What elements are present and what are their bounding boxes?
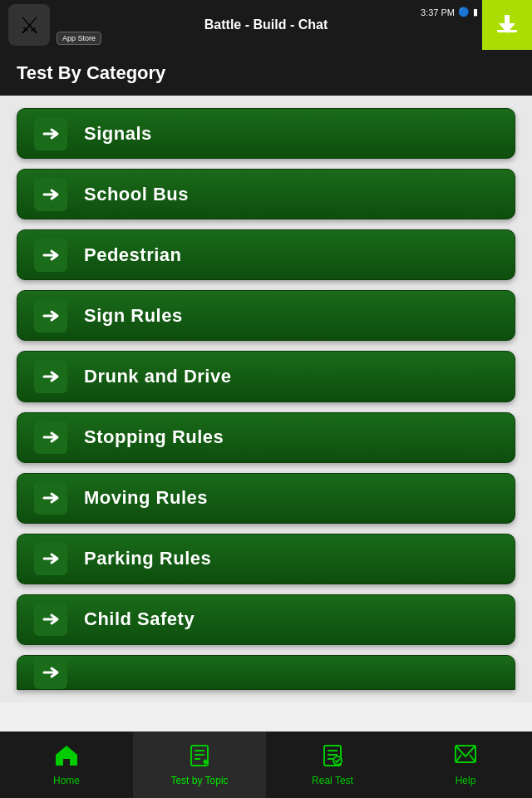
status-bar: ⚔ Battle - Build - Chat App Store 3:37 P… — [0, 0, 532, 50]
arrow-icon-pedestrian — [34, 239, 67, 272]
category-btn-pedestrian[interactable]: Pedestrian — [17, 229, 515, 280]
download-button[interactable] — [482, 0, 532, 50]
svg-line-24 — [470, 755, 475, 762]
category-label-parking-rules: Parking Rules — [84, 548, 211, 569]
arrow-icon-moving-rules — [34, 481, 67, 515]
category-btn-drunk-and-drive[interactable]: Drunk and Drive — [17, 351, 515, 401]
home-icon — [54, 743, 79, 771]
status-bar-left: ⚔ — [8, 4, 50, 46]
bluetooth-icon: 🔵 — [458, 7, 470, 17]
home-nav-label: Home — [53, 775, 80, 786]
real-test-nav-label: Real Test — [312, 775, 353, 786]
nav-item-test-by-topic[interactable]: Test by Topic — [133, 732, 266, 798]
category-btn-stopping-rules[interactable]: Stopping Rules — [17, 412, 515, 463]
arrow-icon-drunk-and-drive — [34, 360, 67, 393]
help-icon — [453, 743, 478, 771]
category-label-drunk-and-drive: Drunk and Drive — [84, 366, 231, 387]
arrow-icon-stopping-rules — [34, 421, 67, 454]
category-label-stopping-rules: Stopping Rules — [84, 426, 224, 448]
nav-item-real-test[interactable]: Real Test — [266, 732, 399, 798]
category-btn-sign-rules[interactable]: Sign Rules — [17, 290, 515, 341]
arrow-icon-child-safety — [34, 603, 67, 636]
app-icon: ⚔ — [8, 4, 50, 46]
bottom-nav: Home Test by Topic Real Test — [0, 732, 532, 798]
arrow-icon-signals — [34, 117, 67, 150]
category-label-sign-rules: Sign Rules — [84, 305, 183, 327]
test-by-topic-icon — [187, 743, 212, 771]
arrow-icon-partial — [34, 656, 67, 689]
help-nav-label: Help — [456, 775, 476, 786]
arrow-icon-sign-rules — [34, 299, 67, 332]
category-btn-school-bus[interactable]: School Bus — [17, 169, 515, 219]
category-btn-child-safety[interactable]: Child Safety — [17, 594, 515, 645]
nav-item-home[interactable]: Home — [0, 732, 133, 798]
svg-rect-2 — [505, 15, 510, 25]
category-btn-parking-rules[interactable]: Parking Rules — [17, 534, 515, 584]
partial-category-btn[interactable] — [17, 655, 515, 690]
status-icons: 3:37 PM 🔵 ▮ — [421, 7, 478, 17]
category-label-moving-rules: Moving Rules — [84, 487, 208, 509]
category-label-school-bus: School Bus — [84, 184, 189, 205]
real-test-icon — [320, 743, 345, 771]
battery-icon: ▮ — [473, 7, 478, 17]
app-store-badge[interactable]: App Store — [57, 32, 101, 45]
arrow-icon-school-bus — [34, 178, 67, 211]
category-btn-signals[interactable]: Signals — [17, 108, 515, 159]
arrow-icon-parking-rules — [34, 542, 67, 575]
category-btn-moving-rules[interactable]: Moving Rules — [17, 473, 515, 524]
category-label-pedestrian: Pedestrian — [84, 244, 182, 266]
page-title: Test By Category — [17, 62, 165, 84]
category-label-signals: Signals — [84, 123, 152, 145]
svg-line-23 — [456, 755, 461, 762]
main-content: Signals School Bus Pedestrian — [0, 96, 532, 702]
page-header: Test By Category — [0, 50, 532, 96]
nav-item-help[interactable]: Help — [399, 732, 532, 798]
status-bar-title: Battle - Build - Chat — [204, 17, 328, 32]
test-by-topic-nav-label: Test by Topic — [170, 775, 228, 786]
time-display: 3:37 PM — [421, 7, 455, 17]
category-label-child-safety: Child Safety — [84, 608, 195, 630]
